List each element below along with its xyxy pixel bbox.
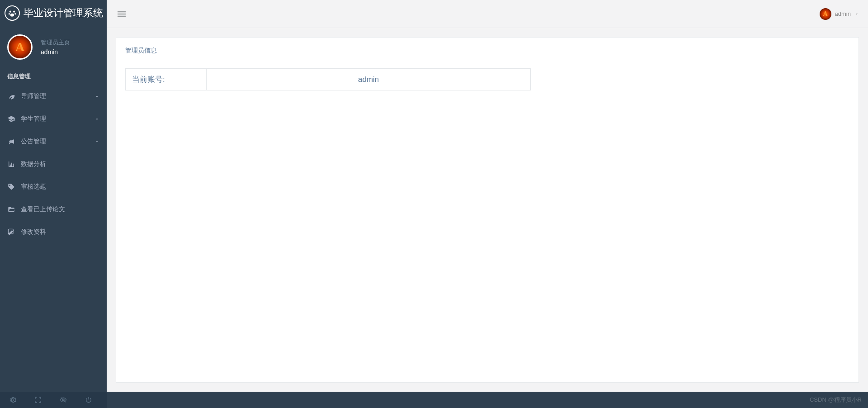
fullscreen-button[interactable] bbox=[25, 392, 51, 408]
user-menu[interactable]: A admin bbox=[820, 8, 859, 20]
nav-label: 查看已上传论文 bbox=[21, 205, 99, 213]
content-wrapper: 管理员信息 当前账号: admin bbox=[107, 28, 868, 392]
accessibility-button[interactable] bbox=[51, 392, 76, 408]
svg-point-4 bbox=[10, 14, 14, 17]
sidebar-item-review-topic[interactable]: 审核选题 bbox=[0, 176, 107, 198]
profile-text: 管理员主页 admin bbox=[41, 38, 70, 56]
chevron-down-icon bbox=[94, 94, 99, 99]
content-panel: 管理员信息 当前账号: admin bbox=[116, 37, 859, 383]
nav-label: 公告管理 bbox=[21, 138, 89, 146]
main: A admin 管理员信息 当前账号: admin CSDN @程序员小R bbox=[107, 0, 868, 408]
nav-section-title: 信息管理 bbox=[0, 65, 107, 85]
chevron-down-icon bbox=[94, 117, 99, 122]
watermark: CSDN @程序员小R bbox=[810, 396, 862, 404]
menu-toggle-button[interactable] bbox=[116, 8, 127, 20]
edit-icon bbox=[7, 228, 15, 236]
sidebar-item-data-analysis[interactable]: 数据分析 bbox=[0, 153, 107, 176]
leaf-icon bbox=[7, 92, 15, 100]
svg-rect-10 bbox=[118, 15, 126, 16]
table-row: 当前账号: admin bbox=[126, 69, 531, 90]
eye-slash-icon bbox=[60, 396, 67, 403]
topbar-avatar: A bbox=[820, 8, 831, 20]
user-profile: A 管理员主页 admin bbox=[0, 26, 107, 65]
account-label-cell: 当前账号: bbox=[126, 69, 207, 90]
nav-label: 学生管理 bbox=[21, 115, 89, 123]
bar-chart-icon bbox=[7, 160, 15, 168]
nav-label: 数据分析 bbox=[21, 160, 99, 168]
power-icon bbox=[85, 396, 92, 403]
bars-icon bbox=[118, 10, 126, 18]
bullhorn-icon bbox=[7, 138, 15, 146]
topbar: A admin bbox=[107, 0, 868, 28]
profile-username: admin bbox=[41, 48, 70, 56]
profile-role: 管理员主页 bbox=[41, 38, 70, 47]
svg-point-3 bbox=[14, 13, 16, 14]
nav-list: 导师管理 学生管理 公告管理 bbox=[0, 85, 107, 243]
sidebar: 毕业设计管理系统 A 管理员主页 admin 信息管理 导师管理 bbox=[0, 0, 107, 408]
sidebar-item-notice-management[interactable]: 公告管理 bbox=[0, 130, 107, 153]
info-table: 当前账号: admin bbox=[125, 68, 531, 90]
footer-bar: CSDN @程序员小R bbox=[107, 392, 868, 408]
settings-button[interactable] bbox=[0, 392, 25, 408]
chevron-down-icon bbox=[854, 12, 859, 16]
svg-point-0 bbox=[9, 11, 11, 13]
sidebar-item-view-papers[interactable]: 查看已上传论文 bbox=[0, 198, 107, 221]
tags-icon bbox=[7, 183, 15, 191]
gear-icon bbox=[9, 396, 16, 403]
sidebar-item-student-management[interactable]: 学生管理 bbox=[0, 108, 107, 130]
breadcrumb: 管理员信息 bbox=[125, 47, 849, 55]
folder-open-icon bbox=[7, 205, 15, 213]
app-title: 毕业设计管理系统 bbox=[24, 6, 103, 20]
sidebar-footer bbox=[0, 392, 107, 408]
fullscreen-icon bbox=[34, 396, 42, 403]
power-button[interactable] bbox=[76, 392, 101, 408]
paw-icon bbox=[5, 5, 20, 21]
svg-rect-8 bbox=[118, 11, 126, 12]
account-value-cell: admin bbox=[207, 69, 531, 90]
svg-point-1 bbox=[13, 11, 15, 13]
sidebar-item-tutor-management[interactable]: 导师管理 bbox=[0, 85, 107, 108]
svg-rect-9 bbox=[118, 13, 126, 14]
topbar-username: admin bbox=[835, 10, 851, 17]
nav-label: 修改资料 bbox=[21, 228, 99, 236]
nav-label: 导师管理 bbox=[21, 92, 89, 100]
nav-label: 审核选题 bbox=[21, 183, 99, 191]
chevron-down-icon bbox=[94, 139, 99, 144]
avatar: A bbox=[7, 34, 33, 60]
svg-point-2 bbox=[9, 13, 10, 14]
graduation-cap-icon bbox=[7, 115, 15, 123]
sidebar-item-edit-profile[interactable]: 修改资料 bbox=[0, 221, 107, 243]
sidebar-header: 毕业设计管理系统 bbox=[0, 0, 107, 26]
